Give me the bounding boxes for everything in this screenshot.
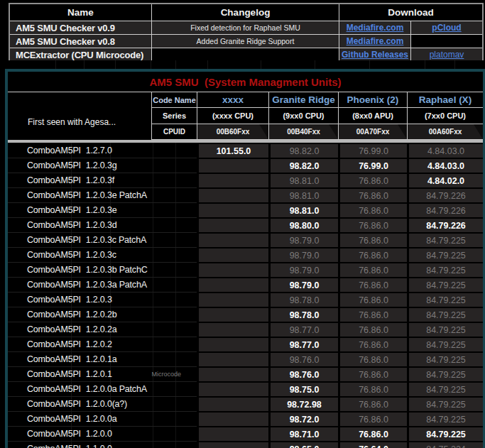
smu-value-granite-ridge: 98.79.0	[268, 232, 338, 247]
smu-value-xxxx	[197, 307, 268, 322]
smu-value-granite-ridge: 98.65.0	[268, 441, 338, 448]
agesa-prefix: ComboAM5PI	[27, 414, 81, 424]
smu-value-phoenix: 76.86.0	[338, 381, 407, 396]
smu-value-raphael: 84.79.226	[407, 187, 483, 202]
agesa-version: 1.2.0.3a PatchA	[86, 280, 147, 290]
agesa-version: 1.2.0.3b PatchC	[86, 265, 148, 275]
table-row: ComboAM5PI1.2.0.3 98.78.0 76.86.0 84.79.…	[8, 292, 483, 307]
smu-table-title: AM5 SMU (System Managment Units)	[8, 72, 483, 92]
header-changelog: Changelog	[151, 4, 339, 21]
cpuid-granite-ridge: 00B40Fxx	[268, 124, 338, 140]
spreadsheet-screen: Name Changelog Download AM5 SMU Checker …	[0, 0, 485, 448]
smu-table: AM5 SMU (System Managment Units) First s…	[5, 69, 485, 448]
agesa-name-cell: ComboAM5PI1.2.0.3c	[8, 247, 197, 262]
smu-value-raphael: 4.84.03.0	[407, 143, 483, 158]
smu-value-phoenix: 76.86.0	[338, 292, 407, 307]
smu-value-xxxx	[197, 426, 268, 441]
agesa-name-cell: ComboAM5PI1.2.0.2	[8, 337, 197, 351]
smu-value-granite-ridge: 98.82.0	[268, 158, 338, 173]
smu-value-granite-ridge: 98.79.0	[268, 277, 338, 292]
code-name-label: Code Name	[151, 92, 197, 108]
table-row: ComboAM5PI1.2.0.2a 98.77.0 76.86.0 84.79…	[8, 322, 483, 337]
smu-value-raphael: 84.79.225	[407, 381, 483, 396]
agesa-version: 1.2.0.2	[86, 339, 112, 349]
smu-value-phoenix: 76.86.0	[338, 411, 407, 426]
agesa-version: 1.2.0.3e PatchA	[86, 190, 147, 200]
agesa-prefix: ComboAM5PI	[27, 235, 81, 245]
cpuid-xxxx: 00B60Fxx	[197, 124, 268, 140]
smu-value-xxxx	[197, 187, 268, 202]
agesa-name-cell: ComboAM5PI1.2.0.3d	[8, 217, 197, 232]
agesa-version: 1.2.0.0a	[86, 414, 117, 424]
first-seen-label: First seen with Agesa...	[8, 92, 151, 140]
changelog-text: Added Granite Ridge Support	[151, 34, 339, 48]
column-header-raphael: Raphael (X)	[407, 92, 483, 108]
agesa-version: 1.2.0.2a	[86, 324, 117, 334]
smu-value-xxxx	[197, 322, 268, 337]
agesa-version: 1.2.0.3d	[86, 220, 117, 230]
agesa-name-cell: ComboAM5PI1.1.0.0	[8, 441, 197, 448]
series-raphael: (7xx0 CPU)	[407, 108, 483, 124]
table-row: AM5 SMU Checker v0.8 Added Granite Ridge…	[10, 34, 482, 48]
agesa-version: 1.2.0.1	[86, 369, 112, 379]
smu-value-granite-ridge: 98.81.0	[268, 187, 338, 202]
table-row: ComboAM5PI1.2.0.3d 98.80.0 76.86.0 84.79…	[8, 217, 483, 232]
table-row: ComboAM5PI1.2.0.0a 98.72.0 76.86.0 84.79…	[8, 411, 483, 426]
smu-value-xxxx	[197, 411, 268, 426]
smu-value-granite-ridge: 98.77.0	[268, 337, 338, 351]
smu-value-raphael: 84.79.225	[407, 426, 483, 441]
table-row: ComboAM5PI1.2.0.3e PatchA 98.81.0 76.86.…	[8, 187, 483, 202]
smu-value-phoenix: 76.86.0	[338, 322, 407, 337]
github-releases-link[interactable]: Github Releases	[342, 50, 408, 60]
agesa-name-cell: ComboAM5PI1.2.0.0a PatchA	[8, 381, 197, 396]
smu-value-granite-ridge: 98.82.0	[268, 143, 338, 158]
agesa-prefix: ComboAM5PI	[27, 310, 81, 319]
tool-name: AM5 SMU Checker v0.8	[10, 34, 151, 48]
smu-value-raphael: 84.79.225	[407, 366, 483, 381]
smu-value-phoenix: 76.86.0	[338, 262, 407, 277]
agesa-name-cell: ComboAM5PI1.2.0.3b PatchC	[8, 262, 197, 277]
smu-value-xxxx	[197, 351, 268, 366]
smu-value-phoenix: 76.86.0	[338, 307, 407, 322]
mediafire-link[interactable]: Mediafire.com	[347, 23, 404, 33]
agesa-name-cell: ComboAM5PI1.2.0.3e PatchA	[8, 187, 197, 202]
table-row: ComboAM5PI1.2.0.1a 98.76.0 76.86.0 84.79…	[8, 351, 483, 366]
smu-value-raphael: 84.79.225	[407, 322, 483, 337]
table-row: ComboAM5PI1.2.0.0 98.71.0 76.86.0 84.79.…	[8, 426, 483, 441]
smu-value-phoenix: 76.86.0	[338, 232, 407, 247]
smu-value-raphael: 84.79.225	[407, 232, 483, 247]
agesa-name-cell: ComboAM5PI1.2.0.3f	[8, 173, 197, 187]
smu-value-xxxx	[197, 262, 268, 277]
smu-value-granite-ridge: 98.81.0	[268, 173, 338, 187]
downloads-table: Name Changelog Download AM5 SMU Checker …	[9, 3, 484, 62]
agesa-name-cell: ComboAM5PI1.2.0.1a	[8, 351, 197, 366]
column-header-phoenix: Phoenix (2)	[338, 92, 407, 108]
smu-value-granite-ridge: 98.79.0	[268, 247, 338, 262]
header-download: Download	[339, 4, 482, 21]
agesa-name-cell: ComboAM5PI1.2.0.3	[8, 292, 197, 307]
smu-value-xxxx	[197, 277, 268, 292]
series-granite-ridge: (9xx0 CPU)	[268, 108, 338, 124]
smu-value-raphael: 84.79.225	[407, 337, 483, 351]
pcloud-link[interactable]: pCloud	[432, 23, 461, 33]
smu-value-xxxx	[197, 292, 268, 307]
table-row: ComboAM5PI1.2.0.2b 98.78.0 76.86.0 84.79…	[8, 307, 483, 322]
agesa-version: 1.2.0.3	[86, 295, 112, 305]
agesa-prefix: ComboAM5PI	[27, 384, 81, 394]
table-row: ComboAM5PI1.2.0.3f 98.81.0 76.86.0 4.84.…	[8, 173, 483, 187]
agesa-version: 1.2.0.0a PatchA	[86, 384, 147, 394]
platomav-link[interactable]: platomav	[430, 50, 464, 60]
smu-value-granite-ridge: 98.72.98	[268, 396, 338, 411]
empty-cell	[151, 48, 339, 61]
agesa-version: 1.2.7.0	[86, 146, 112, 155]
cpuid-phoenix: 00A70Fxx	[338, 124, 407, 140]
agesa-version: 1.2.0.3f	[86, 175, 114, 185]
spreadsheet-gridlines	[0, 60, 485, 69]
smu-value-xxxx: 101.55.0	[197, 143, 268, 158]
agesa-prefix: ComboAM5PI	[27, 444, 81, 448]
table-row: ComboAM5PI1.2.0.0(a?) 98.72.98 76.86.0 8…	[8, 396, 483, 411]
mediafire-link[interactable]: Mediafire.com	[347, 36, 404, 46]
agesa-prefix: ComboAM5PI	[27, 190, 81, 200]
smu-value-granite-ridge: 98.72.0	[268, 411, 338, 426]
download-cell: pCloud	[410, 21, 482, 34]
